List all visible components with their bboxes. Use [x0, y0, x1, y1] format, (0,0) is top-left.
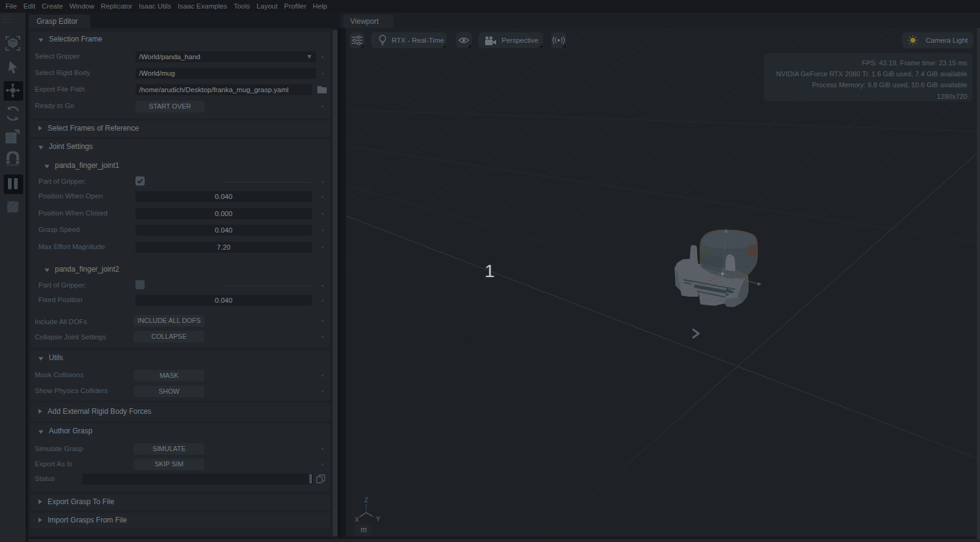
svg-text:X: X [355, 516, 359, 523]
svg-text:Z: Z [364, 496, 369, 504]
svg-text:Y: Y [376, 515, 381, 522]
